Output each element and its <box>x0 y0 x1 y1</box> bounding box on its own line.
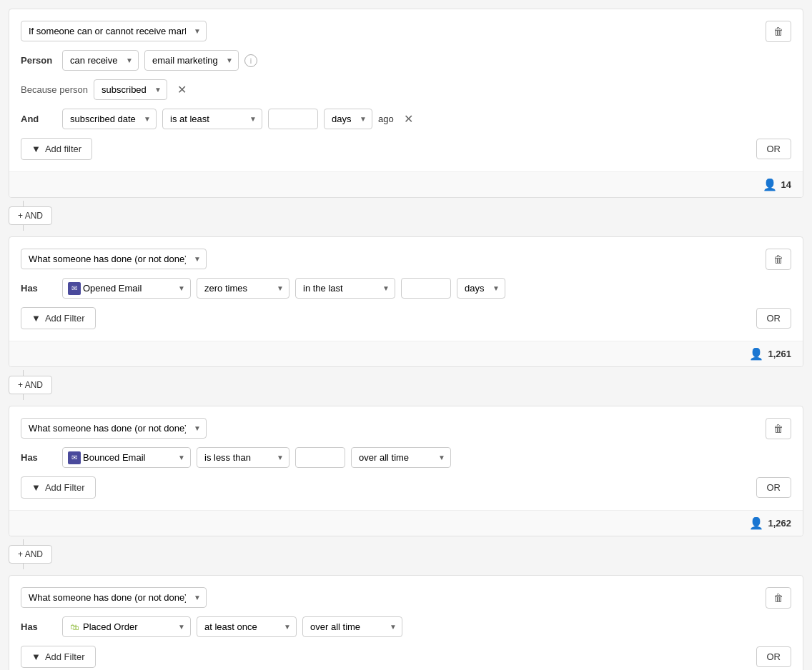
block-3-event-select[interactable]: Bounced Email <box>62 447 191 468</box>
add-filter-label-4: Add Filter <box>45 651 85 662</box>
block-4-type-select[interactable]: What someone has done (or not done) <box>21 587 207 608</box>
block-2-frequency-select[interactable]: zero times <box>197 278 289 299</box>
block-1-count: 14 <box>781 179 791 190</box>
delete-block-2-button[interactable]: 🗑 <box>766 249 791 270</box>
block-1-count-icon: 👤 <box>763 178 777 191</box>
block-4-has-row: Has 🛍 Placed Order ▼ at least once ▼ <box>21 616 791 637</box>
filter-icon-3: ▼ <box>31 482 41 493</box>
block-1-subscribed-select[interactable]: subscribed <box>94 79 167 100</box>
block-2-time-unit-select[interactable]: days <box>457 278 505 299</box>
block-4-has-label: Has <box>21 621 56 632</box>
block-4-or-button[interactable]: OR <box>756 646 792 667</box>
block-2-has-row: Has ✉ Opened Email ▼ zero times ▼ <box>21 278 791 299</box>
block-2-inner: 🗑 What someone has done (or not done) ▼ … <box>9 237 803 341</box>
block-1-can-receive-wrapper: can receive ▼ <box>62 50 139 71</box>
and-line-bottom-1 <box>23 225 24 231</box>
block-2-frequency-wrapper: zero times ▼ <box>197 278 289 299</box>
block-2-count-icon: 👤 <box>749 347 763 361</box>
block-3-type-select[interactable]: What someone has done (or not done) <box>21 418 207 439</box>
block-1-or-button[interactable]: OR <box>756 139 792 159</box>
and-line-top-2 <box>23 370 24 376</box>
block-3-type-select-wrapper: What someone has done (or not done) ▼ <box>21 418 207 439</box>
block-3-count-icon: 👤 <box>749 516 763 530</box>
block-2-timeframe-select[interactable]: in the last <box>295 278 395 299</box>
block-1-time-unit-select[interactable]: days <box>324 109 372 129</box>
block-3-event-wrapper: ✉ Bounced Email ▼ <box>62 447 191 468</box>
block-2-count-row: 👤 1,261 <box>9 341 803 366</box>
block-1-footer: ▼ Add filter OR <box>21 138 791 160</box>
block-1-can-receive-select[interactable]: can receive <box>62 50 139 71</box>
block-4: 🗑 What someone has done (or not done) ▼ … <box>9 575 803 670</box>
block-4-footer: ▼ Add Filter OR <box>21 646 791 668</box>
block-1-count-row: 👤 14 <box>9 171 803 197</box>
block-2-number-input[interactable]: 120 <box>401 278 451 299</box>
block-3-add-filter-button[interactable]: ▼ Add Filter <box>21 476 96 499</box>
block-1-number-input[interactable]: 60 <box>268 109 318 129</box>
delete-block-3-button[interactable]: 🗑 <box>766 418 791 439</box>
block-3-frequency-wrapper: is less than ▼ <box>197 447 289 468</box>
block-1-person-row: Person can receive ▼ email marketing ▼ i <box>21 50 791 71</box>
and-connector-1: + AND <box>9 198 803 234</box>
delete-block-1-button[interactable]: 🗑 <box>766 21 791 42</box>
ago-label: ago <box>378 114 394 124</box>
delete-block-4-button[interactable]: 🗑 <box>766 587 791 609</box>
block-2-or-button[interactable]: OR <box>756 308 792 329</box>
block-3: 🗑 What someone has done (or not done) ▼ … <box>9 406 803 536</box>
block-2-event-select[interactable]: Opened Email <box>62 278 191 299</box>
because-label: Because person <box>21 84 88 95</box>
block-2-event-wrapper: ✉ Opened Email ▼ <box>62 278 191 299</box>
add-filter-label: Add filter <box>45 144 81 154</box>
info-icon[interactable]: i <box>244 54 257 67</box>
block-1: 🗑 If someone can or cannot receive marke… <box>9 9 803 198</box>
block-1-subscribed-wrapper: subscribed ▼ <box>94 79 167 100</box>
person-label: Person <box>21 55 56 66</box>
block-4-type-row: What someone has done (or not done) ▼ <box>21 587 791 608</box>
and-button-3[interactable]: + AND <box>9 545 52 564</box>
block-1-type-select[interactable]: If someone can or cannot receive marketi… <box>21 21 207 41</box>
block-4-frequency-select[interactable]: at least once <box>197 616 297 637</box>
block-3-timeframe-select[interactable]: over all time <box>351 447 451 468</box>
block-2: 🗑 What someone has done (or not done) ▼ … <box>9 236 803 367</box>
block-2-time-unit-wrapper: days ▼ <box>457 278 505 299</box>
and-button-2[interactable]: + AND <box>9 376 52 394</box>
block-1-marketing-type-wrapper: email marketing ▼ <box>144 50 239 71</box>
and-line-top-3 <box>23 539 24 545</box>
block-1-because-close-button[interactable]: ✕ <box>173 83 191 97</box>
and-connector-2: + AND <box>9 367 803 403</box>
block-3-count: 1,262 <box>768 518 791 529</box>
block-3-count-row: 👤 1,262 <box>9 510 803 536</box>
block-1-add-filter-button[interactable]: ▼ Add filter <box>21 138 92 160</box>
add-filter-label-2: Add Filter <box>45 313 85 324</box>
block-1-type-row: If someone can or cannot receive marketi… <box>21 21 791 41</box>
and-connector-3: + AND <box>9 536 803 572</box>
block-3-has-row: Has ✉ Bounced Email ▼ is less than ▼ <box>21 447 791 468</box>
filter-icon-4: ▼ <box>31 651 41 662</box>
block-4-event-select[interactable]: Placed Order <box>62 616 191 637</box>
block-1-subscribed-date-select[interactable]: subscribed date <box>62 109 157 129</box>
block-2-type-select[interactable]: What someone has done (or not done) <box>21 249 207 269</box>
filter-icon: ▼ <box>31 144 41 154</box>
block-2-add-filter-button[interactable]: ▼ Add Filter <box>21 307 96 329</box>
block-3-number-input[interactable]: 5 <box>295 447 345 468</box>
block-4-timeframe-select[interactable]: over all time <box>302 616 402 637</box>
block-4-inner: 🗑 What someone has done (or not done) ▼ … <box>9 576 803 670</box>
block-3-timeframe-wrapper: over all time ▼ <box>351 447 451 468</box>
filter-icon-2: ▼ <box>31 313 41 324</box>
block-2-count: 1,261 <box>768 349 791 359</box>
block-4-type-select-wrapper: What someone has done (or not done) ▼ <box>21 587 207 608</box>
block-4-timeframe-wrapper: over all time ▼ <box>302 616 402 637</box>
and-line-top-1 <box>23 201 24 206</box>
block-3-or-button[interactable]: OR <box>756 477 792 498</box>
block-3-frequency-select[interactable]: is less than <box>197 447 289 468</box>
add-filter-label-3: Add Filter <box>45 482 85 493</box>
and-label: And <box>21 114 56 124</box>
block-1-because-row: Because person subscribed ▼ ✕ <box>21 79 791 100</box>
block-1-date-close-button[interactable]: ✕ <box>400 112 417 126</box>
block-1-marketing-type-select[interactable]: email marketing <box>144 50 239 71</box>
block-3-has-label: Has <box>21 452 56 463</box>
block-4-event-wrapper: 🛍 Placed Order ▼ <box>62 616 191 637</box>
and-button-1[interactable]: + AND <box>9 206 52 225</box>
block-1-inner: 🗑 If someone can or cannot receive marke… <box>9 9 803 171</box>
block-4-add-filter-button[interactable]: ▼ Add Filter <box>21 646 96 668</box>
block-1-condition-select[interactable]: is at least <box>162 109 262 129</box>
